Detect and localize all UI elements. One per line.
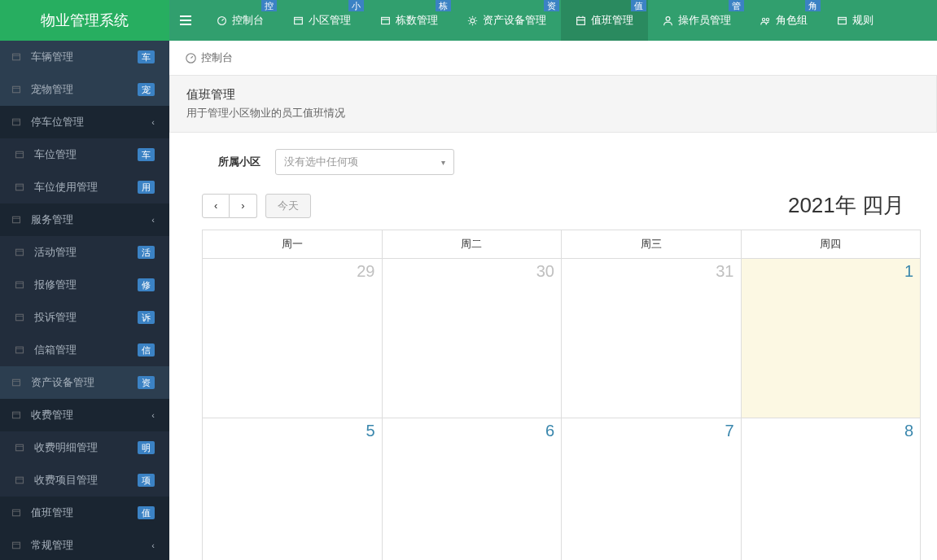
calendar-cell[interactable]: 7 — [562, 418, 742, 560]
sidebar-item[interactable]: 服务管理‹ — [0, 203, 169, 236]
sidebar-item[interactable]: 宠物管理宠 — [0, 73, 169, 106]
top-nav-item[interactable]: 小区管理小 — [278, 0, 366, 41]
sidebar-label: 报修管理 — [34, 278, 138, 292]
svg-rect-21 — [16, 444, 24, 451]
day-number: 6 — [545, 422, 554, 440]
nav-label: 角色组 — [776, 13, 808, 28]
svg-rect-8 — [838, 17, 847, 24]
list-icon — [15, 182, 26, 192]
sidebar-item[interactable]: 资产设备管理资 — [0, 366, 169, 399]
calendar-controls: ‹ › 今天 2021年 四月 — [169, 191, 937, 226]
sidebar-label: 信箱管理 — [34, 343, 138, 357]
sidebar-item[interactable]: 报修管理修 — [0, 269, 169, 301]
sidebar-label: 常规管理 — [31, 538, 151, 553]
prev-button[interactable]: ‹ — [202, 194, 230, 218]
sidebar-item[interactable]: 收费明细管理明 — [0, 431, 169, 464]
svg-rect-23 — [13, 510, 20, 516]
svg-rect-15 — [16, 249, 24, 256]
svg-point-6 — [762, 18, 764, 20]
brand-title: 物业管理系统 — [0, 0, 169, 41]
nav-label: 控制台 — [232, 13, 264, 28]
page-title: 值班管理 — [186, 87, 920, 103]
sidebar-badge: 修 — [138, 278, 155, 291]
sidebar-item[interactable]: 值班管理值 — [0, 497, 169, 529]
nav-button-group: ‹ › — [202, 194, 257, 218]
community-select[interactable]: 没有选中任何项 ▾ — [275, 149, 454, 175]
calendar-cell[interactable]: 6 — [383, 418, 563, 560]
calendar-cell[interactable]: 1 — [742, 259, 922, 418]
top-nav-item[interactable]: 栋数管理栋 — [366, 0, 453, 41]
list-icon — [15, 150, 26, 160]
nav-badge: 小 — [348, 0, 364, 11]
sidebar: 车辆管理车宠物管理宠停车位管理‹车位管理车车位使用管理用服务管理‹活动管理活报修… — [0, 41, 169, 560]
svg-rect-11 — [13, 119, 20, 125]
nav-label: 值班管理 — [591, 13, 633, 28]
sidebar-item[interactable]: 车位管理车 — [0, 138, 169, 171]
top-nav-item[interactable]: 规则 — [822, 0, 888, 41]
list-icon — [15, 247, 26, 257]
calendar-cell[interactable]: 30 — [383, 259, 563, 418]
sidebar-item[interactable]: 收费管理‹ — [0, 399, 169, 431]
today-button[interactable]: 今天 — [265, 194, 311, 218]
top-nav-item[interactable]: 资产设备管理资 — [453, 0, 561, 41]
day-number: 7 — [725, 422, 733, 440]
list-icon — [15, 443, 26, 453]
sidebar-badge: 宠 — [138, 83, 155, 96]
sidebar-item[interactable]: 投诉管理诉 — [0, 301, 169, 334]
list-icon — [380, 15, 391, 26]
sidebar-label: 车辆管理 — [31, 50, 138, 64]
svg-rect-1 — [295, 17, 303, 24]
svg-rect-4 — [577, 17, 585, 24]
main-content: 控制台 值班管理 用于管理小区物业的员工值班情况 所属小区 没有选中任何项 ▾ … — [169, 41, 937, 560]
top-nav-item[interactable]: 操作员管理管 — [648, 0, 746, 41]
day-number: 1 — [904, 262, 913, 281]
top-nav-item[interactable]: 值班管理值 — [561, 0, 648, 41]
page-header: 值班管理 用于管理小区物业的员工值班情况 — [169, 75, 937, 133]
select-placeholder: 没有选中任何项 — [284, 155, 358, 169]
svg-rect-9 — [13, 54, 20, 60]
sidebar-item[interactable]: 常规管理‹ — [0, 529, 169, 560]
svg-rect-24 — [13, 542, 20, 549]
weekday-header: 周四 — [742, 230, 922, 259]
breadcrumb[interactable]: 控制台 — [169, 41, 937, 75]
calendar-cell[interactable]: 31 — [562, 259, 742, 418]
sidebar-label: 车位管理 — [34, 147, 138, 162]
list-icon — [11, 540, 23, 550]
sidebar-item[interactable]: 停车位管理‹ — [0, 106, 169, 138]
svg-rect-2 — [382, 17, 390, 24]
day-number: 8 — [904, 422, 913, 440]
svg-rect-18 — [16, 347, 24, 353]
nav-badge: 栋 — [436, 0, 451, 11]
sidebar-item[interactable]: 信箱管理信 — [0, 334, 169, 366]
calendar-cell[interactable]: 8 — [742, 418, 922, 560]
sidebar-item[interactable]: 活动管理活 — [0, 236, 169, 269]
chevron-left-icon: ‹ — [151, 540, 155, 550]
chevron-down-icon: ▾ — [441, 158, 445, 167]
top-nav-item[interactable]: 控制台控 — [202, 0, 278, 41]
calendar-cell[interactable]: 29 — [202, 259, 383, 418]
breadcrumb-label: 控制台 — [201, 50, 233, 65]
list-icon — [11, 117, 23, 127]
svg-point-5 — [666, 16, 670, 20]
calendar-row: 2930311 — [202, 259, 921, 418]
sidebar-label: 车位使用管理 — [34, 180, 138, 195]
day-number: 5 — [366, 422, 374, 440]
sidebar-item[interactable]: 收费项目管理项 — [0, 464, 169, 497]
sidebar-item[interactable]: 车位使用管理用 — [0, 171, 169, 203]
top-nav-item[interactable]: 角色组角 — [746, 0, 822, 41]
sidebar-badge: 信 — [138, 343, 155, 357]
sidebar-item[interactable]: 车辆管理车 — [0, 41, 169, 73]
next-button[interactable]: › — [230, 194, 256, 218]
day-number: 29 — [357, 262, 374, 281]
calendar-title: 2021年 四月 — [311, 191, 921, 220]
menu-toggle-icon[interactable] — [169, 0, 202, 41]
header: 物业管理系统 控制台控小区管理小栋数管理栋资产设备管理资值班管理值操作员管理管角… — [0, 0, 937, 41]
weekday-header: 周二 — [383, 230, 563, 259]
sidebar-badge: 用 — [138, 181, 155, 194]
list-icon — [15, 475, 26, 485]
sidebar-label: 收费明细管理 — [34, 440, 138, 455]
svg-rect-19 — [13, 379, 20, 386]
calendar-cell[interactable]: 5 — [202, 418, 383, 560]
svg-rect-10 — [13, 86, 20, 93]
nav-badge: 资 — [544, 0, 559, 11]
